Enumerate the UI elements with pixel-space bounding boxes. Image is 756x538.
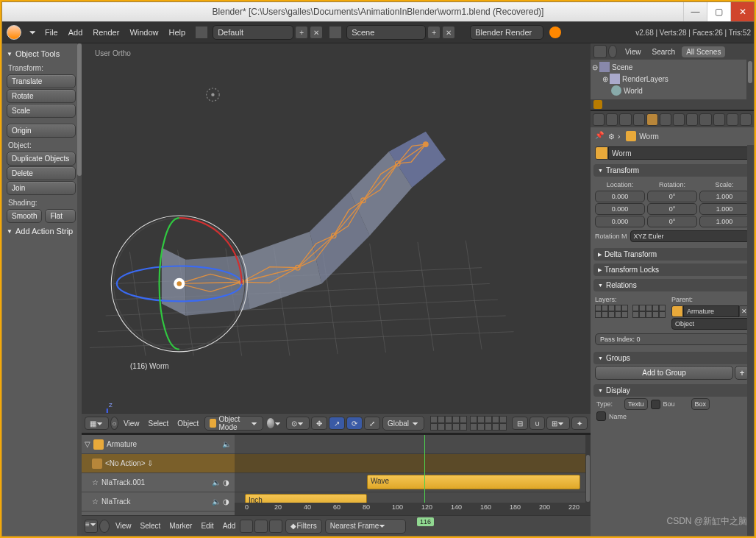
scene-selector[interactable]: Scene (346, 25, 426, 40)
solo-icon[interactable]: ◑ (221, 478, 232, 486)
mute-icon[interactable]: 🔈 (211, 478, 221, 486)
outliner-search[interactable]: Search (648, 46, 680, 57)
nla-marker-menu[interactable]: Marker (165, 522, 196, 530)
translate-manipulator-icon[interactable]: ↗ (329, 417, 345, 430)
collapse-menus[interactable]: ○ (110, 417, 118, 430)
tab-scene[interactable] (619, 113, 631, 126)
menu-file[interactable]: File (40, 28, 63, 37)
nla-tracks-area[interactable]: Wave Inch 116 020 4060 80100 120140 1601… (235, 435, 591, 515)
scene-icon[interactable] (329, 26, 342, 39)
loc-x[interactable]: 0.000 (595, 191, 645, 202)
lock-camera-icon[interactable]: ⊟ (512, 417, 528, 430)
object-name-field[interactable] (595, 146, 749, 160)
snap-icon[interactable] (254, 520, 268, 533)
loc-z[interactable]: 0.000 (595, 216, 645, 227)
delta-transform-header[interactable]: Delta Transform (593, 248, 751, 261)
delete-button[interactable]: Delete (7, 166, 76, 180)
manipulator-toggle[interactable]: ✥ (311, 417, 327, 430)
transform-header[interactable]: Transform (593, 164, 751, 177)
layer-buttons[interactable] (429, 416, 508, 431)
rot-y[interactable]: 0° (647, 203, 697, 215)
tab-modifiers[interactable] (673, 113, 685, 126)
tab-renderlayers[interactable] (606, 113, 618, 126)
tab-data[interactable] (686, 113, 698, 126)
tab-texture[interactable] (713, 113, 725, 126)
parent-field[interactable]: Armature✕ (671, 305, 749, 317)
layout-remove[interactable]: ✕ (310, 26, 323, 39)
scene-remove[interactable]: ✕ (442, 26, 455, 39)
pivot-selector[interactable]: ⊙⏷ (286, 417, 310, 430)
layout-selector[interactable]: Default (213, 25, 293, 40)
menu-window[interactable]: Window (124, 28, 163, 37)
cursor-icon[interactable] (240, 520, 253, 533)
nla-add-menu[interactable]: Add (218, 522, 240, 530)
outliner-view[interactable]: View (621, 46, 646, 57)
object-menu[interactable]: Object (173, 420, 203, 428)
nla-noaction-row[interactable]: <No Action> ⇩ (82, 454, 235, 473)
outliner-scrollbar[interactable] (746, 60, 754, 99)
rotation-mode-selector[interactable]: XYZ Euler (630, 230, 749, 242)
wand-icon[interactable] (593, 100, 602, 109)
groups-header[interactable]: Groups (593, 352, 751, 364)
rot-x[interactable]: 0° (647, 191, 697, 202)
add-to-group-button[interactable]: Add to Group (595, 366, 733, 380)
parent-type-selector[interactable]: Object (671, 318, 749, 330)
tab-world[interactable] (633, 113, 645, 126)
scale-button[interactable]: Scale (7, 104, 76, 118)
render-preview-icon[interactable]: ✦ (571, 417, 588, 430)
nla-armature-row[interactable]: ▽ Armature 🔈 (82, 435, 235, 454)
relations-header[interactable]: Relations (593, 279, 751, 291)
view-menu[interactable]: View (119, 420, 144, 428)
object-name-input[interactable] (608, 146, 749, 160)
pin-icon[interactable]: 📌 (595, 131, 605, 141)
scl-z[interactable]: 1.000 (699, 216, 749, 227)
mute-icon[interactable]: 🔈 (221, 440, 232, 448)
mute-icon[interactable]: 🔈 (211, 498, 221, 506)
shading-selector[interactable] (267, 418, 275, 428)
nla-scrollbar[interactable] (585, 435, 591, 503)
maximize-button[interactable]: ▢ (707, 2, 730, 21)
tab-render[interactable] (593, 113, 605, 126)
strip-wave[interactable]: Wave (367, 475, 580, 489)
editor-type-icon[interactable]: ▦⏷ (85, 417, 109, 430)
solo-icon[interactable]: ◑ (221, 498, 232, 506)
nla-edit-menu[interactable]: Edit (196, 522, 218, 530)
blender-icon[interactable] (7, 25, 21, 40)
nla-ruler[interactable]: 020 4060 80100 120140 160180 200220 240 (235, 503, 591, 515)
menu-add[interactable]: Add (63, 28, 88, 37)
tab-particles[interactable] (727, 113, 738, 126)
object-layers[interactable] (595, 305, 666, 318)
object-tools-header[interactable]: Object Tools (5, 46, 77, 61)
scl-y[interactable]: 1.000 (699, 203, 749, 215)
nla-track-2[interactable]: ☆ NlaTrack 🔈 ◑ (82, 492, 235, 512)
pass-index[interactable]: Pass Index: 0 (595, 333, 749, 345)
menu-render[interactable]: Render (88, 28, 124, 37)
tab-material[interactable] (699, 113, 711, 126)
tab-object[interactable] (646, 113, 658, 126)
name-checkbox[interactable] (596, 411, 606, 421)
collapse-menus[interactable] (608, 45, 617, 58)
scene-add[interactable]: + (427, 26, 441, 39)
translate-button[interactable]: Translate (7, 74, 76, 88)
menu-help[interactable]: Help (164, 28, 191, 37)
transform-locks-header[interactable]: Transform Locks (593, 263, 751, 276)
operator-panel-header[interactable]: Add Action Strip (5, 224, 77, 238)
editor-type-dropdown[interactable]: ⏷ (29, 28, 37, 37)
minimize-button[interactable]: — (683, 2, 707, 21)
display-header[interactable]: Display (593, 384, 751, 397)
nla-editor-icon[interactable]: ≡⏷ (85, 520, 98, 533)
properties-scrollbar[interactable] (747, 145, 754, 536)
marker-icon[interactable] (269, 520, 282, 533)
layout-add[interactable]: + (295, 26, 308, 39)
bounds-type-selector[interactable]: Box (691, 398, 710, 410)
filters-button[interactable]: ◆ Filters (285, 519, 321, 534)
display-type-selector[interactable]: Textu (624, 398, 648, 410)
outliner-tree[interactable]: ⊖Scene ⊕RenderLayers| | World (591, 60, 754, 99)
nla-track-1[interactable]: ☆ NlaTrack.001 🔈 ◑ (82, 473, 235, 492)
rotate-manipulator-icon[interactable]: ⟳ (346, 417, 363, 430)
mode-selector[interactable]: Object Mode⏷ (204, 416, 263, 431)
scene-crumb-icon[interactable]: ⚙ (608, 132, 615, 141)
rotate-button[interactable]: Rotate (7, 89, 76, 103)
outliner-editor-icon[interactable] (593, 45, 607, 58)
scl-x[interactable]: 1.000 (699, 191, 749, 202)
